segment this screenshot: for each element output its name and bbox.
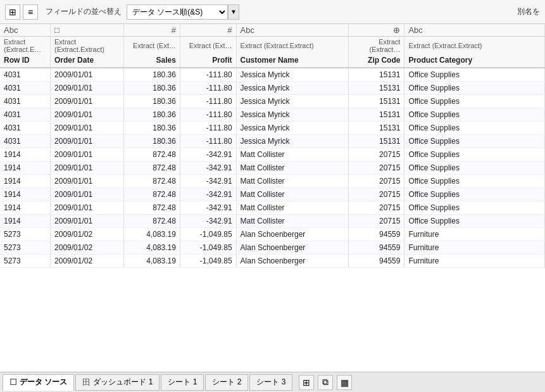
table-cell: Office Supplies [404,148,545,161]
table-cell: 2009/01/01 [51,201,124,215]
table-row: 40312009/01/01180.36-111.80Jessica Myric… [0,95,545,108]
table-cell: 20715 [348,148,404,161]
table-cell: Furniture [404,255,545,268]
table-cell: 4031 [0,108,51,122]
table-cell: 4031 [0,135,51,148]
col-meta-custname: Extract (Extract.Extract) [236,37,348,55]
sort-label: フィールドの並べ替え [46,6,122,17]
tab-data-source[interactable]: ☐ データ ソース [3,374,74,391]
tab-sheet-2-label: シート 2 [212,377,241,388]
col-meta-profit: Extract (Ext… [180,37,236,55]
col-meta-rowid: Extract (Extract.E… [0,37,51,55]
table-row: 40312009/01/01180.36-111.80Jessica Myric… [0,135,545,148]
table-cell: 4,083.19 [124,228,180,241]
table-cell: 2009/01/02 [51,228,124,241]
table-cell: Office Supplies [404,82,545,95]
table-cell: 4031 [0,82,51,95]
table-cell: Office Supplies [404,188,545,201]
table-cell: 94559 [348,255,404,268]
sort-select[interactable]: データ ソース順(&S) アルファベット順 [127,4,228,20]
table-cell: 2009/01/02 [51,255,124,268]
table-cell: -111.80 [180,95,236,108]
col-icon-prodcat: Abc [404,24,545,37]
table-row: 40312009/01/01180.36-111.80Jessica Myric… [0,108,545,122]
table-cell: Office Supplies [404,108,545,122]
table-cell: 2009/01/01 [51,215,124,228]
table-cell: 4031 [0,95,51,108]
table-cell: 872.48 [124,201,180,215]
table-cell: Matt Collister [236,175,348,188]
table-cell: 20715 [348,188,404,201]
present-button[interactable]: ▦ [337,375,352,390]
col-meta-prodcat: Extract (Extract.Extract) [404,37,545,55]
table-cell: -342.91 [180,215,236,228]
sort-arrow[interactable]: ▼ [228,4,239,20]
table-cell: 2009/01/01 [51,108,124,122]
table-cell: 2009/01/01 [51,148,124,161]
table-cell: Jessica Myrick [236,82,348,95]
sort-dropdown: データ ソース順(&S) アルファベット順 ▼ [127,4,239,20]
tab-dashboard-1[interactable]: 田 ダッシュボード 1 [75,374,160,391]
data-table: Abc □ # # Abc ⊕ Abc Extract (Extract.E… … [0,24,545,268]
table-cell: 2009/01/01 [51,82,124,95]
col-icon-sales: # [124,24,180,37]
table-cell: 20715 [348,161,404,175]
table-row: 19142009/01/01872.48-342.91Matt Colliste… [0,161,545,175]
list-view-button[interactable]: ≡ [23,4,38,20]
table-cell: Office Supplies [404,201,545,215]
table-cell: 2009/01/01 [51,95,124,108]
table-cell: -342.91 [180,175,236,188]
table-cell: -342.91 [180,161,236,175]
table-row: 40312009/01/01180.36-111.80Jessica Myric… [0,122,545,135]
duplicate-sheet-button[interactable]: ⧉ [318,375,333,390]
tab-sheet-2[interactable]: シート 2 [205,374,248,391]
table-cell: Jessica Myrick [236,95,348,108]
table-cell: Jessica Myrick [236,108,348,122]
table-cell: 4031 [0,122,51,135]
tab-sheet-3[interactable]: シート 3 [249,374,292,391]
table-cell: -111.80 [180,122,236,135]
view-toggle: ⊞ ≡ [5,4,38,20]
col-icon-custname: Abc [236,24,348,37]
dashboard-icon: 田 [82,377,91,388]
col-name-custname: Customer Name [236,54,348,68]
tab-sheet-1-label: シート 1 [168,377,197,388]
table-cell: -342.91 [180,188,236,201]
table-row: 40312009/01/01180.36-111.80Jessica Myric… [0,82,545,95]
table-cell: 20715 [348,201,404,215]
col-name-zipcode: Zip Code [348,54,404,68]
table-cell: 1914 [0,188,51,201]
tab-sheet-1[interactable]: シート 1 [161,374,204,391]
table-cell: 872.48 [124,161,180,175]
table-cell: -342.91 [180,148,236,161]
header-name-row: Row ID Order Date Sales Profit Customer … [0,54,545,68]
table-row: 19142009/01/01872.48-342.91Matt Colliste… [0,215,545,228]
main-content: Abc □ # # Abc ⊕ Abc Extract (Extract.E… … [0,24,545,372]
table-cell: 2009/01/01 [51,175,124,188]
col-name-prodcat: Product Category [404,54,545,68]
rename-label: 別名を [517,6,540,17]
toolbar: ⊞ ≡ フィールドの並べ替え データ ソース順(&S) アルファベット順 ▼ 別… [0,0,545,24]
table-cell: 1914 [0,215,51,228]
table-cell: 20715 [348,175,404,188]
col-icon-rowid: Abc [0,24,51,37]
table-cell: Office Supplies [404,175,545,188]
table-cell: Alan Schoenberger [236,228,348,241]
col-meta-orderdate: Extract (Extract.Extract) [51,37,124,55]
table-cell: 872.48 [124,188,180,201]
add-sheet-button[interactable]: ⊞ [299,375,314,390]
table-cell: 4,083.19 [124,255,180,268]
table-cell: Furniture [404,241,545,255]
col-meta-zipcode: Extract (Extract… [348,37,404,55]
table-cell: Office Supplies [404,135,545,148]
table-cell: 180.36 [124,122,180,135]
grid-view-button[interactable]: ⊞ [5,4,20,20]
table-cell: Matt Collister [236,148,348,161]
table-cell: Office Supplies [404,215,545,228]
table-cell: 180.36 [124,95,180,108]
table-cell: Matt Collister [236,201,348,215]
table-row: 19142009/01/01872.48-342.91Matt Colliste… [0,188,545,201]
table-cell: Office Supplies [404,161,545,175]
header-meta-row: Extract (Extract.E… Extract (Extract.Ext… [0,37,545,55]
table-cell: Matt Collister [236,161,348,175]
